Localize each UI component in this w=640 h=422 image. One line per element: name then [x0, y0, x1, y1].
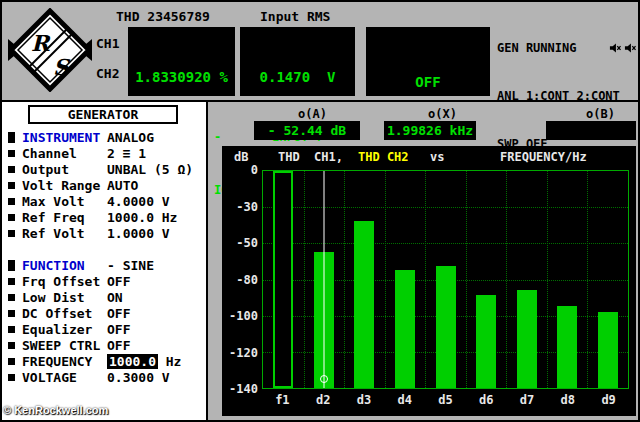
- cursor-marker-icon: [320, 375, 328, 383]
- row-bullet-icon: [8, 374, 15, 381]
- x-tick-label: d4: [397, 393, 411, 407]
- y-tick-label: -50: [222, 236, 258, 250]
- row-bullet-icon: [8, 310, 15, 317]
- gridline-horizontal: [263, 243, 628, 244]
- y-tick-label: 0: [222, 163, 258, 177]
- cursor-a-value-display: - 52.44 dB: [254, 121, 360, 140]
- row-label: DC Offset: [22, 306, 107, 321]
- row-value: 1000.0 Hz: [107, 354, 181, 369]
- row-bullet-icon: [8, 260, 15, 271]
- gridline-vertical: [547, 171, 548, 388]
- gen-row-voltage[interactable]: VOLTAGE0.3000 V: [8, 369, 206, 385]
- thd-value: 1.8330920 %: [128, 69, 235, 85]
- gen-row-output[interactable]: OutputUNBAL (5 Ω): [8, 161, 206, 177]
- gen-row-function[interactable]: FUNCTION- SINE: [8, 257, 206, 273]
- row-label: Channel: [22, 146, 107, 161]
- svg-text:S: S: [53, 54, 71, 80]
- speaker-muted-icon: [624, 42, 636, 54]
- row-value: OFF: [107, 306, 130, 321]
- gridline-vertical: [506, 171, 507, 388]
- gen-row-ref-freq[interactable]: Ref Freq1000.0 Hz: [8, 209, 206, 225]
- y-tick-label: -80: [222, 273, 258, 287]
- bar-d8: [557, 306, 577, 388]
- row-spacer: [8, 241, 206, 257]
- gen-row-low-dist[interactable]: Low DistON: [8, 289, 206, 305]
- bar-d9: [598, 312, 618, 388]
- rms-value: 0.1470 V: [240, 69, 355, 85]
- input-rms-display: 0.1470 V - INPUT ? - Press SHOW IO: [240, 27, 355, 96]
- gen-row-max-volt[interactable]: Max Volt4.0000 V: [8, 193, 206, 209]
- row-value: 4.0000 V: [107, 194, 170, 209]
- row-label: Equalizer: [22, 322, 107, 337]
- row-label: SWEEP CTRL: [22, 338, 107, 353]
- trace-a-label: THD CH1,: [278, 150, 343, 164]
- row-label: Ref Freq: [22, 210, 107, 225]
- row-bullet-icon: [8, 214, 15, 221]
- rs-diamond-icon: R S: [8, 8, 92, 92]
- bar-d6: [476, 295, 496, 388]
- row-bullet-icon: [8, 132, 15, 143]
- gen-row-frequency[interactable]: FREQUENCY1000.0 Hz: [8, 353, 206, 369]
- x-tick-label: d3: [357, 393, 371, 407]
- row-label: Ref Volt: [22, 226, 107, 241]
- aux-off-top: OFF: [366, 74, 490, 90]
- row-value: ANALOG: [107, 130, 154, 145]
- row-value: 0.3000 V: [107, 370, 170, 385]
- row-value: 1000.0 Hz: [107, 210, 177, 225]
- row-label: Max Volt: [22, 194, 107, 209]
- gen-row-equalizer[interactable]: EqualizerOFF: [8, 321, 206, 337]
- gen-row-volt-range[interactable]: Volt RangeAUTO: [8, 177, 206, 193]
- gridline-vertical: [425, 171, 426, 388]
- aux-display: OFF OFF: [366, 27, 490, 96]
- gen-status: GEN RUNNING: [497, 40, 576, 56]
- row-label: INSTRUMENT: [22, 130, 107, 145]
- x-tick-label: d9: [601, 393, 615, 407]
- thd-display: 1.8330920 % - INPUT ? - Press SHOW IO: [128, 27, 235, 96]
- y-tick-label: -140: [222, 382, 258, 396]
- cursor-line[interactable]: [323, 171, 324, 388]
- row-label: Frq Offset: [22, 274, 107, 289]
- cursor-x-label: o(X): [428, 107, 457, 121]
- bar-d7: [517, 290, 537, 388]
- row-value: - SINE: [107, 258, 154, 273]
- highlighted-value[interactable]: 1000.0: [107, 354, 158, 369]
- y-tick-label: -100: [222, 309, 258, 323]
- x-tick-label: d6: [479, 393, 493, 407]
- gen-row-instrument[interactable]: INSTRUMENTANALOG: [8, 129, 206, 145]
- row-value: OFF: [107, 322, 130, 337]
- ch1-label: CH1: [96, 36, 119, 51]
- gen-row-sweep-ctrl[interactable]: SWEEP CTRLOFF: [8, 337, 206, 353]
- generator-panel: GENERATOR INSTRUMENTANALOGChannel2 ≡ 1Ou…: [0, 102, 208, 422]
- generator-rows: INSTRUMENTANALOGChannel2 ≡ 1OutputUNBAL …: [0, 129, 206, 385]
- row-bullet-icon: [8, 166, 15, 173]
- cursor-x-value-display: 1.99826 kHz: [384, 121, 476, 140]
- gen-row-channel[interactable]: Channel2 ≡ 1: [8, 145, 206, 161]
- gen-row-frq-offset[interactable]: Frq OffsetOFF: [8, 273, 206, 289]
- x-axis-labels: f1d2d3d4d5d6d7d8d9: [262, 393, 629, 409]
- input-rms-title: Input RMS: [260, 9, 330, 24]
- row-value: ON: [107, 290, 123, 305]
- generator-title: GENERATOR: [28, 105, 178, 124]
- x-tick-label: d8: [561, 393, 575, 407]
- row-bullet-icon: [8, 182, 15, 189]
- rohde-schwarz-logo: R S: [8, 8, 92, 92]
- row-bullet-icon: [8, 230, 15, 237]
- ch2-label: CH2: [96, 66, 119, 81]
- y-tick-label: -120: [222, 346, 258, 360]
- watermark: © KenRockwell.com: [3, 404, 108, 416]
- vs-label: vs: [430, 150, 444, 164]
- gen-row-dc-offset[interactable]: DC OffsetOFF: [8, 305, 206, 321]
- gen-row-ref-volt[interactable]: Ref Volt1.0000 V: [8, 225, 206, 241]
- gridline-vertical: [304, 171, 305, 388]
- gridline-vertical: [385, 171, 386, 388]
- row-bullet-icon: [8, 294, 15, 301]
- x-tick-label: d5: [438, 393, 452, 407]
- row-value: UNBAL (5 Ω): [107, 162, 193, 177]
- row-value: 1.0000 V: [107, 226, 170, 241]
- cursor-a-label: o(A): [298, 107, 327, 121]
- row-bullet-icon: [8, 150, 15, 157]
- x-tick-label: d7: [520, 393, 534, 407]
- row-value: OFF: [107, 274, 130, 289]
- chart-area: dB THD CH1, THD CH2 vs FREQUENCY/Hz 0-30…: [222, 146, 636, 416]
- cursor-b-label: o(B): [586, 107, 615, 121]
